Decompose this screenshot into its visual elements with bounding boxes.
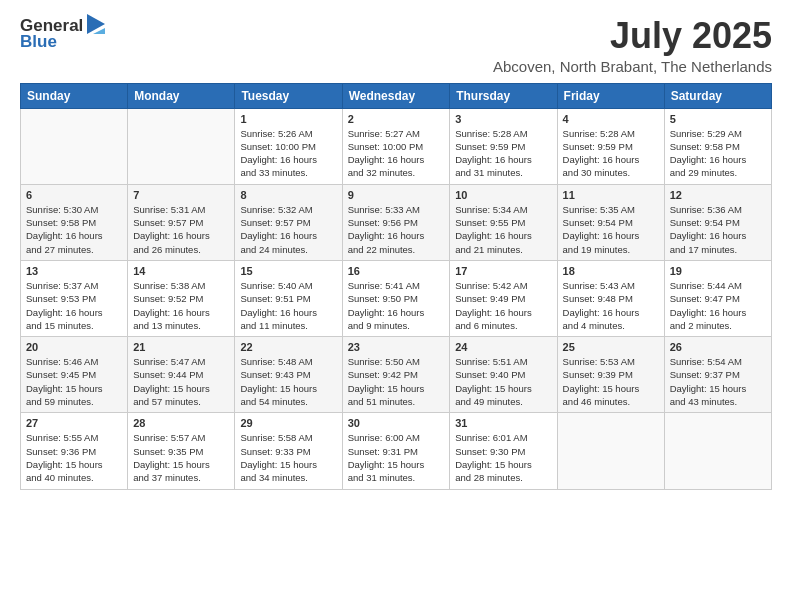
title-section: July 2025 Abcoven, North Brabant, The Ne… — [493, 16, 772, 75]
day-info: Sunrise: 5:28 AM Sunset: 9:59 PM Dayligh… — [563, 127, 659, 180]
day-number: 1 — [240, 113, 336, 125]
day-number: 2 — [348, 113, 445, 125]
day-number: 23 — [348, 341, 445, 353]
day-info: Sunrise: 5:50 AM Sunset: 9:42 PM Dayligh… — [348, 355, 445, 408]
day-info: Sunrise: 5:58 AM Sunset: 9:33 PM Dayligh… — [240, 431, 336, 484]
day-number: 22 — [240, 341, 336, 353]
calendar-cell: 9Sunrise: 5:33 AM Sunset: 9:56 PM Daylig… — [342, 184, 450, 260]
day-info: Sunrise: 5:54 AM Sunset: 9:37 PM Dayligh… — [670, 355, 766, 408]
calendar-cell: 7Sunrise: 5:31 AM Sunset: 9:57 PM Daylig… — [128, 184, 235, 260]
day-info: Sunrise: 5:41 AM Sunset: 9:50 PM Dayligh… — [348, 279, 445, 332]
calendar-cell: 19Sunrise: 5:44 AM Sunset: 9:47 PM Dayli… — [664, 260, 771, 336]
day-info: Sunrise: 5:26 AM Sunset: 10:00 PM Daylig… — [240, 127, 336, 180]
calendar-cell: 16Sunrise: 5:41 AM Sunset: 9:50 PM Dayli… — [342, 260, 450, 336]
calendar-cell: 25Sunrise: 5:53 AM Sunset: 9:39 PM Dayli… — [557, 337, 664, 413]
calendar-header-thursday: Thursday — [450, 83, 557, 108]
calendar-cell — [21, 108, 128, 184]
header: General Blue July 2025 Abcoven, North Br… — [20, 16, 772, 75]
day-info: Sunrise: 5:33 AM Sunset: 9:56 PM Dayligh… — [348, 203, 445, 256]
day-info: Sunrise: 5:38 AM Sunset: 9:52 PM Dayligh… — [133, 279, 229, 332]
day-info: Sunrise: 5:55 AM Sunset: 9:36 PM Dayligh… — [26, 431, 122, 484]
day-info: Sunrise: 5:42 AM Sunset: 9:49 PM Dayligh… — [455, 279, 551, 332]
day-info: Sunrise: 5:44 AM Sunset: 9:47 PM Dayligh… — [670, 279, 766, 332]
day-info: Sunrise: 5:53 AM Sunset: 9:39 PM Dayligh… — [563, 355, 659, 408]
day-number: 30 — [348, 417, 445, 429]
calendar-header-monday: Monday — [128, 83, 235, 108]
day-number: 29 — [240, 417, 336, 429]
day-info: Sunrise: 5:29 AM Sunset: 9:58 PM Dayligh… — [670, 127, 766, 180]
calendar-week-row: 13Sunrise: 5:37 AM Sunset: 9:53 PM Dayli… — [21, 260, 772, 336]
calendar-cell: 20Sunrise: 5:46 AM Sunset: 9:45 PM Dayli… — [21, 337, 128, 413]
day-info: Sunrise: 5:34 AM Sunset: 9:55 PM Dayligh… — [455, 203, 551, 256]
day-info: Sunrise: 5:28 AM Sunset: 9:59 PM Dayligh… — [455, 127, 551, 180]
calendar-header-wednesday: Wednesday — [342, 83, 450, 108]
day-number: 20 — [26, 341, 122, 353]
calendar-week-row: 1Sunrise: 5:26 AM Sunset: 10:00 PM Dayli… — [21, 108, 772, 184]
day-number: 10 — [455, 189, 551, 201]
calendar-cell: 28Sunrise: 5:57 AM Sunset: 9:35 PM Dayli… — [128, 413, 235, 489]
calendar-cell: 3Sunrise: 5:28 AM Sunset: 9:59 PM Daylig… — [450, 108, 557, 184]
calendar-week-row: 20Sunrise: 5:46 AM Sunset: 9:45 PM Dayli… — [21, 337, 772, 413]
calendar-cell: 29Sunrise: 5:58 AM Sunset: 9:33 PM Dayli… — [235, 413, 342, 489]
calendar-cell: 18Sunrise: 5:43 AM Sunset: 9:48 PM Dayli… — [557, 260, 664, 336]
calendar-header-saturday: Saturday — [664, 83, 771, 108]
day-number: 14 — [133, 265, 229, 277]
calendar-cell: 24Sunrise: 5:51 AM Sunset: 9:40 PM Dayli… — [450, 337, 557, 413]
calendar-cell: 11Sunrise: 5:35 AM Sunset: 9:54 PM Dayli… — [557, 184, 664, 260]
day-info: Sunrise: 5:31 AM Sunset: 9:57 PM Dayligh… — [133, 203, 229, 256]
day-number: 16 — [348, 265, 445, 277]
page: General Blue July 2025 Abcoven, North Br… — [0, 0, 792, 612]
day-info: Sunrise: 5:47 AM Sunset: 9:44 PM Dayligh… — [133, 355, 229, 408]
calendar-cell: 2Sunrise: 5:27 AM Sunset: 10:00 PM Dayli… — [342, 108, 450, 184]
day-number: 27 — [26, 417, 122, 429]
calendar-week-row: 27Sunrise: 5:55 AM Sunset: 9:36 PM Dayli… — [21, 413, 772, 489]
day-info: Sunrise: 5:36 AM Sunset: 9:54 PM Dayligh… — [670, 203, 766, 256]
calendar-cell: 26Sunrise: 5:54 AM Sunset: 9:37 PM Dayli… — [664, 337, 771, 413]
day-info: Sunrise: 5:43 AM Sunset: 9:48 PM Dayligh… — [563, 279, 659, 332]
day-number: 19 — [670, 265, 766, 277]
day-number: 5 — [670, 113, 766, 125]
day-info: Sunrise: 5:51 AM Sunset: 9:40 PM Dayligh… — [455, 355, 551, 408]
calendar-cell: 12Sunrise: 5:36 AM Sunset: 9:54 PM Dayli… — [664, 184, 771, 260]
main-title: July 2025 — [493, 16, 772, 56]
logo-icon — [85, 14, 107, 36]
day-info: Sunrise: 6:01 AM Sunset: 9:30 PM Dayligh… — [455, 431, 551, 484]
day-info: Sunrise: 5:37 AM Sunset: 9:53 PM Dayligh… — [26, 279, 122, 332]
calendar-cell — [557, 413, 664, 489]
calendar-cell: 5Sunrise: 5:29 AM Sunset: 9:58 PM Daylig… — [664, 108, 771, 184]
day-number: 25 — [563, 341, 659, 353]
calendar-cell: 13Sunrise: 5:37 AM Sunset: 9:53 PM Dayli… — [21, 260, 128, 336]
day-number: 24 — [455, 341, 551, 353]
calendar-cell: 17Sunrise: 5:42 AM Sunset: 9:49 PM Dayli… — [450, 260, 557, 336]
day-number: 7 — [133, 189, 229, 201]
calendar-cell: 21Sunrise: 5:47 AM Sunset: 9:44 PM Dayli… — [128, 337, 235, 413]
day-info: Sunrise: 5:35 AM Sunset: 9:54 PM Dayligh… — [563, 203, 659, 256]
day-number: 12 — [670, 189, 766, 201]
day-number: 31 — [455, 417, 551, 429]
calendar-week-row: 6Sunrise: 5:30 AM Sunset: 9:58 PM Daylig… — [21, 184, 772, 260]
calendar-cell: 31Sunrise: 6:01 AM Sunset: 9:30 PM Dayli… — [450, 413, 557, 489]
calendar-cell: 8Sunrise: 5:32 AM Sunset: 9:57 PM Daylig… — [235, 184, 342, 260]
calendar-cell: 23Sunrise: 5:50 AM Sunset: 9:42 PM Dayli… — [342, 337, 450, 413]
day-number: 13 — [26, 265, 122, 277]
calendar-cell: 4Sunrise: 5:28 AM Sunset: 9:59 PM Daylig… — [557, 108, 664, 184]
day-number: 3 — [455, 113, 551, 125]
day-info: Sunrise: 6:00 AM Sunset: 9:31 PM Dayligh… — [348, 431, 445, 484]
day-number: 26 — [670, 341, 766, 353]
day-number: 6 — [26, 189, 122, 201]
day-number: 17 — [455, 265, 551, 277]
calendar-cell: 10Sunrise: 5:34 AM Sunset: 9:55 PM Dayli… — [450, 184, 557, 260]
day-number: 15 — [240, 265, 336, 277]
calendar-header-row: SundayMondayTuesdayWednesdayThursdayFrid… — [21, 83, 772, 108]
logo-blue-text: Blue — [20, 32, 57, 52]
calendar-cell: 22Sunrise: 5:48 AM Sunset: 9:43 PM Dayli… — [235, 337, 342, 413]
calendar-table: SundayMondayTuesdayWednesdayThursdayFrid… — [20, 83, 772, 490]
day-info: Sunrise: 5:57 AM Sunset: 9:35 PM Dayligh… — [133, 431, 229, 484]
day-number: 21 — [133, 341, 229, 353]
calendar-header-sunday: Sunday — [21, 83, 128, 108]
calendar-cell: 15Sunrise: 5:40 AM Sunset: 9:51 PM Dayli… — [235, 260, 342, 336]
day-info: Sunrise: 5:32 AM Sunset: 9:57 PM Dayligh… — [240, 203, 336, 256]
day-number: 28 — [133, 417, 229, 429]
subtitle: Abcoven, North Brabant, The Netherlands — [493, 58, 772, 75]
calendar-header-friday: Friday — [557, 83, 664, 108]
